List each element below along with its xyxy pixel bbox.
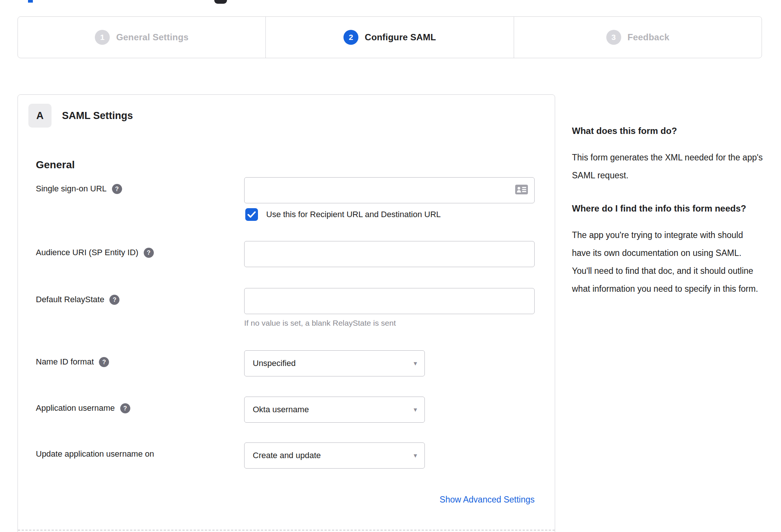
audience-uri-input[interactable] [244, 241, 535, 267]
select-value: Unspecified [253, 351, 296, 376]
step-general-settings[interactable]: 1 General Settings [18, 17, 265, 58]
relaystate-row: Default RelayState ? If no value is set,… [36, 288, 535, 328]
step-configure-saml[interactable]: 2 Configure SAML [265, 17, 513, 58]
help-icon[interactable]: ? [112, 184, 122, 194]
help-answer-1: This form generates the XML needed for t… [572, 148, 763, 184]
step-number-badge: 1 [95, 30, 110, 45]
chevron-down-icon: ▾ [414, 443, 417, 468]
step-label: General Settings [116, 32, 189, 43]
saml-settings-panel: A SAML Settings General Single sign-on U… [18, 94, 555, 532]
update-username-row: Update application username on Create an… [36, 442, 535, 469]
section-a-badge: A [28, 104, 52, 128]
help-question-2: Where do I find the info this form needs… [572, 201, 763, 216]
step-feedback[interactable]: 3 Feedback [514, 17, 762, 58]
help-icon[interactable]: ? [144, 248, 154, 258]
cropped-accent-fragment [28, 0, 33, 3]
recipient-url-checkbox-label: Use this for Recipient URL and Destinati… [266, 210, 441, 219]
update-username-select[interactable]: Create and update ▾ [244, 442, 425, 469]
panel-title: SAML Settings [62, 104, 133, 128]
relaystate-input[interactable] [244, 288, 535, 314]
chevron-down-icon: ▾ [414, 397, 417, 422]
recipient-url-checkbox[interactable] [245, 208, 258, 221]
select-value: Create and update [253, 443, 321, 468]
help-question-1: What does this form do? [572, 123, 763, 139]
recipient-url-checkbox-row: Use this for Recipient URL and Destinati… [245, 208, 441, 221]
application-username-label: Application username [36, 403, 115, 414]
name-id-format-row: Name ID format ? Unspecified ▾ [36, 350, 535, 376]
chevron-down-icon: ▾ [414, 351, 417, 376]
step-number-badge: 2 [343, 30, 358, 45]
relaystate-label: Default RelayState [36, 294, 104, 305]
help-icon[interactable]: ? [120, 403, 130, 413]
relaystate-hint: If no value is set, a blank RelayState i… [244, 319, 535, 328]
name-id-format-label: Name ID format [36, 356, 94, 367]
help-icon[interactable]: ? [109, 295, 119, 305]
step-label: Configure SAML [365, 32, 436, 43]
help-answer-2: The app you're trying to integrate with … [572, 226, 763, 298]
select-value: Okta username [253, 397, 309, 422]
contact-card-icon[interactable] [515, 185, 528, 196]
wizard-stepper: 1 General Settings 2 Configure SAML 3 Fe… [18, 16, 762, 58]
cropped-app-logo-fragment [214, 0, 227, 4]
general-section-heading: General [36, 159, 75, 171]
application-username-select[interactable]: Okta username ▾ [244, 397, 425, 423]
section-divider [18, 530, 555, 531]
sso-url-row: Single sign-on URL ? [36, 177, 535, 203]
name-id-format-select[interactable]: Unspecified ▾ [244, 350, 425, 376]
audience-uri-label: Audience URI (SP Entity ID) [36, 247, 139, 258]
sso-url-input[interactable] [244, 177, 535, 203]
step-number-badge: 3 [606, 30, 621, 45]
show-advanced-settings-link[interactable]: Show Advanced Settings [440, 495, 535, 504]
step-label: Feedback [628, 32, 669, 43]
audience-uri-row: Audience URI (SP Entity ID) ? [36, 241, 535, 267]
sso-url-label: Single sign-on URL [36, 183, 107, 194]
help-sidebar: What does this form do? This form genera… [572, 123, 763, 298]
update-username-label: Update application username on [36, 448, 154, 460]
application-username-row: Application username ? Okta username ▾ [36, 397, 535, 423]
help-icon[interactable]: ? [99, 357, 109, 367]
